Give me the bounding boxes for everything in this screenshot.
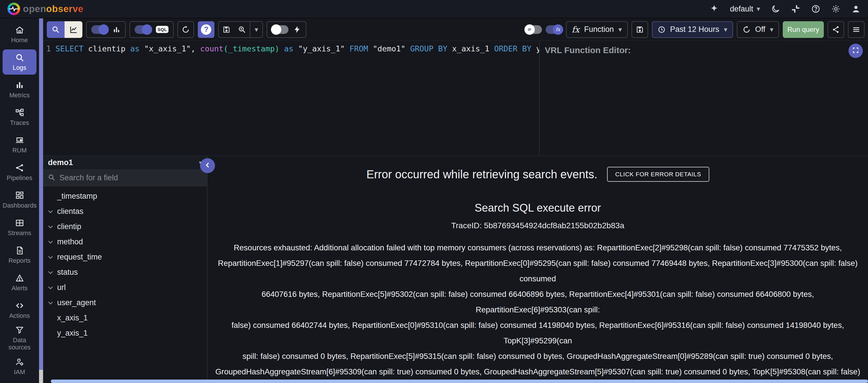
chevron-down-icon[interactable]	[47, 238, 54, 246]
settings-gear-icon[interactable]	[831, 4, 840, 13]
share-button[interactable]	[828, 21, 844, 38]
sidebar-item-logs[interactable]: Logs	[3, 49, 36, 75]
chevron-down-icon[interactable]	[47, 223, 54, 231]
sidebar-item-traces[interactable]: Traces	[0, 104, 39, 131]
query-help-button[interactable]: ?	[198, 21, 214, 38]
function-toggle[interactable]: fx	[546, 25, 562, 34]
sql-token: as	[284, 44, 298, 53]
sidebar-item-home[interactable]: Home	[0, 21, 39, 48]
saved-search-dropdown[interactable]: ▾	[250, 22, 262, 37]
chevron-left-icon	[204, 161, 211, 170]
logo-ring-icon	[7, 3, 20, 15]
chevron-down-icon[interactable]	[47, 269, 54, 276]
wrap-lines-toggle[interactable]	[525, 25, 542, 34]
sidebar-item-rum[interactable]: RUM	[0, 131, 39, 158]
more-menu-button[interactable]	[848, 21, 865, 38]
lightning-bolt-icon	[293, 26, 301, 34]
field-row-method[interactable]: method	[43, 234, 207, 249]
field-row-request_time[interactable]: request_time	[43, 249, 207, 265]
query-editor-row: 1 SELECT clientip as "x_axis_1", count(_…	[43, 41, 868, 156]
sparkle-icon[interactable]	[709, 4, 719, 14]
error-details-button[interactable]: CLICK FOR ERROR DETAILS	[607, 167, 709, 182]
auto-refresh-dropdown[interactable]: Off ▾	[737, 21, 779, 38]
visualize-mode-button[interactable]	[65, 21, 82, 38]
text-lines-icon	[527, 27, 532, 32]
error-banner: Error occurred while retrieving search e…	[213, 167, 862, 182]
organization-selector[interactable]: default ▾	[730, 5, 760, 13]
sidebar-splitter[interactable]	[39, 19, 43, 383]
dark-mode-moon-icon[interactable]	[771, 4, 780, 13]
search-icon	[48, 174, 55, 182]
header-controls: default ▾	[709, 4, 861, 14]
time-range-dropdown[interactable]: Past 12 Hours ▾	[652, 21, 733, 38]
saved-searches-button[interactable]	[234, 22, 250, 37]
chevron-down-icon: ▾	[255, 26, 258, 33]
logs-search-icon	[15, 53, 24, 62]
save-search-button[interactable]	[219, 22, 234, 37]
sql-token: y_axis_1	[536, 44, 539, 53]
field-row-y_axis_1[interactable]: y_axis_1	[43, 326, 207, 341]
histogram-toggle[interactable]	[91, 25, 108, 34]
field-name: user_agent	[57, 298, 96, 307]
field-row-x_axis_1[interactable]: x_axis_1	[43, 311, 207, 326]
chevron-down-icon[interactable]	[47, 254, 54, 261]
sidebar-item-metrics[interactable]: Metrics	[0, 76, 39, 104]
stream-name: demo1	[48, 158, 73, 167]
chevron-down-icon: ▾	[724, 26, 727, 33]
logs-toolbar: SQL ? ▾	[43, 19, 868, 41]
error-message-line: 66407616 bytes, RepartitionExec[5]#95302…	[213, 287, 862, 318]
organization-name: default	[730, 5, 753, 13]
chevron-down-icon[interactable]	[47, 208, 54, 215]
field-row-status[interactable]: status	[43, 265, 207, 280]
field-row-clientip[interactable]: clientip	[43, 219, 207, 234]
sql-query-editor[interactable]: 1 SELECT clientip as "x_axis_1", count(_…	[43, 41, 539, 156]
saved-search-group: ▾	[218, 21, 263, 38]
sidebar-item-alerts[interactable]: Alerts	[0, 269, 39, 296]
stream-selector[interactable]: demo1 ▾	[43, 156, 207, 170]
sql-token: ORDER BY	[494, 44, 536, 53]
chevron-down-icon[interactable]	[47, 284, 54, 291]
sql-token: as	[130, 44, 144, 53]
help-icon[interactable]	[811, 4, 820, 13]
slack-icon[interactable]	[791, 4, 800, 13]
field-row-_timestamp[interactable]: _timestamp	[43, 188, 207, 204]
sidebar-item-label: Reports	[3, 257, 36, 264]
function-dropdown[interactable]: fx Function ▾	[566, 21, 628, 38]
search-mode-button[interactable]	[47, 21, 65, 38]
sidebar-item-streams[interactable]: Streams	[0, 214, 39, 241]
toolbar-right-controls: fx fx Function ▾ Past 12 Hours ▾	[525, 21, 865, 38]
sql-token: "x_axis_1",	[144, 44, 200, 53]
fields-panel: demo1 ▾ _timestampclientasclientipmethod…	[43, 156, 208, 383]
user-profile-icon[interactable]	[851, 4, 861, 13]
reset-query-button[interactable]	[177, 21, 194, 38]
sidebar-item-dashboards[interactable]: Dashboards	[0, 186, 39, 214]
sidebar-item-reports[interactable]: Reports	[0, 241, 39, 269]
expand-fullscreen-button[interactable]	[848, 43, 863, 58]
sql-mode-toggle[interactable]	[135, 25, 151, 34]
field-name: _timestamp	[57, 192, 97, 201]
field-name: clientas	[57, 207, 84, 216]
collapse-fields-panel-button[interactable]	[200, 158, 215, 173]
field-row-user_agent[interactable]: user_agent	[43, 295, 207, 311]
sidebar-item-pipelines[interactable]: Pipelines	[0, 158, 39, 186]
chevron-down-icon[interactable]	[47, 299, 54, 306]
quick-mode-toggle[interactable]	[272, 25, 288, 34]
auto-refresh-label: Off	[755, 25, 766, 34]
dashboards-icon	[15, 191, 24, 200]
error-message-line: Resources exhausted: Additional allocati…	[213, 240, 862, 256]
save-function-button[interactable]	[631, 21, 648, 38]
field-search-input[interactable]	[59, 173, 203, 182]
share-icon	[832, 26, 840, 34]
sidebar-item-data-sources[interactable]: Data sources	[0, 324, 39, 353]
field-row-clientas[interactable]: clientas	[43, 204, 207, 219]
field-row-url[interactable]: url	[43, 280, 207, 295]
sidebar-item-label: Home	[3, 36, 36, 43]
actions-icon	[15, 301, 24, 310]
question-mark-icon: ?	[201, 24, 211, 35]
sidebar-item-actions[interactable]: Actions	[0, 296, 39, 324]
alerts-icon	[15, 274, 24, 283]
horizontal-scrollbar[interactable]	[51, 380, 868, 383]
run-query-button[interactable]: Run query	[783, 21, 824, 38]
sidebar-item-iam[interactable]: IAM	[0, 353, 39, 380]
vertical-scrollbar-thumb[interactable]	[39, 370, 43, 383]
